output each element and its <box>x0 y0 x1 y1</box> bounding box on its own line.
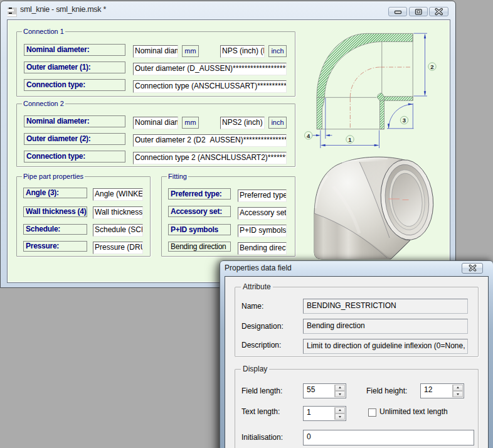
svg-text:2: 2 <box>430 63 433 70</box>
svg-text:3: 3 <box>403 117 406 124</box>
svg-text:1: 1 <box>348 136 352 143</box>
svg-text:4: 4 <box>307 132 310 139</box>
